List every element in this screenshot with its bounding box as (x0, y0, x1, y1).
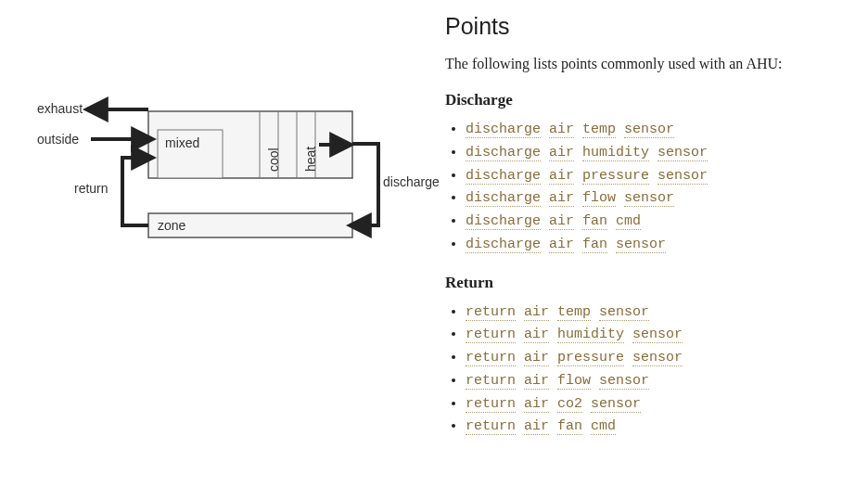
tag-link[interactable]: discharge (466, 213, 541, 230)
label-zone: zone (158, 218, 185, 233)
label-outside: outside (37, 132, 79, 147)
tag-link[interactable]: pressure (582, 168, 649, 185)
tag-link[interactable]: sensor (624, 190, 674, 207)
point-item: return air temp sensor (466, 301, 849, 325)
tag-link[interactable]: return (466, 327, 516, 343)
group-title-discharge: Discharge (445, 91, 849, 109)
tag-link[interactable]: cmd (616, 213, 641, 230)
point-item: return air flow sensor (466, 370, 849, 393)
label-mixed: mixed (165, 135, 199, 150)
tag-link[interactable]: air (524, 350, 549, 366)
point-item: discharge air flow sensor (466, 187, 849, 211)
tag-link[interactable]: air (549, 122, 574, 138)
tag-link[interactable]: discharge (466, 190, 541, 207)
label-exhaust: exhaust (37, 101, 83, 116)
point-item: return air humidity sensor (466, 324, 849, 347)
point-item: discharge air fan cmd (466, 211, 849, 234)
tag-link[interactable]: air (524, 418, 549, 435)
diagram-column: exhaust outside return mixed cool heat d… (0, 0, 445, 487)
tag-link[interactable]: pressure (557, 350, 624, 366)
tag-link[interactable]: air (549, 237, 574, 253)
tag-link[interactable]: discharge (466, 168, 541, 185)
tag-link[interactable]: discharge (466, 122, 541, 138)
point-item: discharge air fan sensor (466, 234, 849, 257)
tag-link[interactable]: sensor (616, 237, 666, 253)
point-list-discharge: discharge air temp sensordischarge air h… (466, 119, 849, 257)
tag-link[interactable]: air (549, 145, 574, 161)
point-item: return air co2 sensor (466, 393, 849, 417)
tag-link[interactable]: air (524, 327, 549, 343)
point-item: return air pressure sensor (466, 347, 849, 370)
tag-link[interactable]: return (466, 418, 516, 435)
tag-link[interactable]: air (549, 168, 574, 185)
tag-link[interactable]: temp (582, 122, 616, 138)
tag-link[interactable]: return (466, 350, 516, 366)
tag-link[interactable]: humidity (557, 327, 624, 343)
tag-link[interactable]: cmd (591, 418, 616, 435)
point-item: discharge air temp sensor (466, 119, 849, 142)
tag-link[interactable]: sensor (657, 168, 708, 185)
tag-link[interactable]: co2 (557, 396, 582, 413)
tag-link[interactable]: return (466, 396, 516, 413)
tag-link[interactable]: air (549, 213, 574, 230)
tag-link[interactable]: fan (557, 418, 582, 435)
intro-text: The following lists points commonly used… (445, 53, 849, 74)
tag-link[interactable]: discharge (466, 145, 541, 161)
tag-link[interactable]: sensor (591, 396, 641, 413)
tag-link[interactable]: air (524, 304, 549, 321)
label-return: return (74, 181, 108, 196)
tag-link[interactable]: flow (557, 373, 591, 390)
tag-link[interactable]: sensor (599, 373, 649, 390)
section-title: Points (445, 13, 849, 40)
tag-link[interactable]: return (466, 373, 516, 390)
tag-link[interactable]: fan (582, 237, 607, 253)
group-title-return: Return (445, 274, 849, 292)
point-item: return air fan cmd (466, 416, 849, 439)
tag-link[interactable]: sensor (632, 350, 683, 366)
label-heat: heat (303, 147, 318, 172)
tag-link[interactable]: fan (582, 213, 607, 230)
tag-link[interactable]: sensor (632, 327, 683, 343)
tag-link[interactable]: air (524, 396, 549, 413)
point-list-return: return air temp sensorreturn air humidit… (466, 301, 849, 440)
point-item: discharge air pressure sensor (466, 165, 849, 188)
tag-link[interactable]: sensor (657, 145, 708, 161)
tag-link[interactable]: air (524, 373, 549, 390)
tag-link[interactable]: sensor (624, 122, 674, 138)
tag-link[interactable]: temp (557, 304, 591, 321)
label-discharge: discharge (383, 174, 440, 189)
content-column: Points The following lists points common… (445, 0, 868, 487)
tag-link[interactable]: return (466, 304, 516, 321)
tag-link[interactable]: sensor (599, 304, 649, 321)
tag-link[interactable]: humidity (582, 145, 649, 161)
tag-link[interactable]: discharge (466, 237, 541, 253)
tag-link[interactable]: flow (582, 190, 616, 207)
tag-link[interactable]: air (549, 190, 574, 207)
label-cool: cool (266, 147, 281, 172)
point-item: discharge air humidity sensor (466, 142, 849, 165)
ahu-diagram: exhaust outside return mixed cool heat d… (19, 83, 408, 269)
